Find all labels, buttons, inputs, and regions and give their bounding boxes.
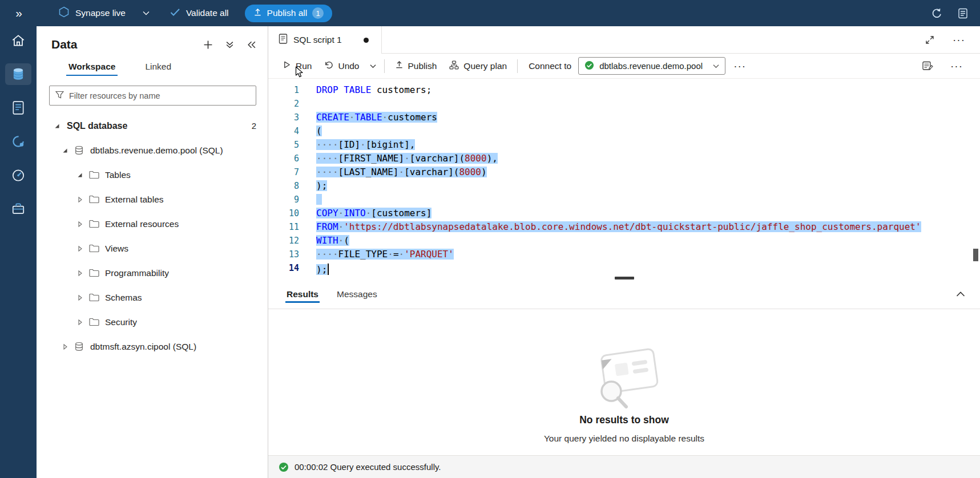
tree-item-schemas[interactable]: Schemas <box>37 285 268 310</box>
toolbar-more-icon[interactable]: ··· <box>733 60 746 71</box>
run-button[interactable]: Run <box>276 56 318 75</box>
publish-all-button[interactable]: Publish all 1 <box>245 5 333 22</box>
tree-item-label: SQL database <box>67 121 127 131</box>
synapse-logo-icon <box>58 6 70 20</box>
add-resource-icon[interactable] <box>203 40 213 50</box>
double-chevron-right-icon[interactable]: » <box>0 6 37 20</box>
more-actions-icon[interactable]: ··· <box>953 34 965 45</box>
tree-item-security[interactable]: Security <box>37 310 268 334</box>
collapse-panel-icon[interactable] <box>247 40 256 49</box>
query-plan-button[interactable]: Query plan <box>443 56 513 76</box>
no-results-illustration <box>582 342 667 412</box>
editor-more-icon[interactable]: ··· <box>950 60 963 71</box>
folder-icon <box>89 318 104 326</box>
code-line-2[interactable] <box>316 97 980 111</box>
collapsed-arrow-icon[interactable] <box>76 245 89 252</box>
sidebar-item-monitor[interactable] <box>5 164 31 186</box>
run-label: Run <box>296 61 312 71</box>
activity-bar <box>0 26 37 478</box>
refresh-icon[interactable] <box>931 8 942 19</box>
code-line-4[interactable]: ( <box>316 124 980 138</box>
code-line-1[interactable]: DROP TABLE customers; <box>316 83 980 97</box>
line-number: 12 <box>268 234 299 248</box>
code-line-8[interactable]: ); <box>316 179 980 193</box>
code-line-3[interactable]: CREATE·TABLE·customers <box>316 111 980 124</box>
code-line-9[interactable] <box>316 193 980 206</box>
tree-item-external-resources[interactable]: External resources <box>37 212 268 236</box>
code-line-10[interactable]: COPY·INTO·[customers] <box>316 206 980 220</box>
tab-linked[interactable]: Linked <box>130 56 186 79</box>
code-line-5[interactable]: ····[ID]·[bigint], <box>316 138 980 152</box>
collapse-results-icon[interactable] <box>956 291 965 297</box>
pool-name: dbtlabs.revenue.demo.pool <box>599 61 703 71</box>
expanded-arrow-icon[interactable] <box>76 172 89 179</box>
develop-icon <box>11 100 25 115</box>
code-line-7[interactable]: ····[LAST_NAME]·[varchar](8000) <box>316 165 980 179</box>
line-number: 13 <box>268 248 299 261</box>
tab-results[interactable]: Results <box>277 282 328 307</box>
code-lines[interactable]: DROP TABLE customers;CREATE·TABLE·custom… <box>309 79 980 279</box>
publish-label: Publish <box>408 61 437 71</box>
code-line-13[interactable]: ····FILE_TYPE·=·'PARQUET' <box>316 248 980 261</box>
line-number: 10 <box>268 206 299 220</box>
tree-item-sql-database[interactable]: SQL database2 <box>37 114 268 138</box>
sidebar-item-data[interactable] <box>5 63 31 85</box>
code-line-6[interactable]: ····[FIRST_NAME]·[varchar](8000), <box>316 152 980 165</box>
code-line-11[interactable]: FROM·'https://dbtlabsynapsedatalake.blob… <box>316 220 980 234</box>
sidebar-item-manage[interactable] <box>5 198 31 220</box>
tree-item-label: dbtlabs.revenue.demo.pool (SQL) <box>90 145 223 156</box>
unsaved-changes-indicator <box>364 38 369 43</box>
collapsed-arrow-icon[interactable] <box>76 319 89 326</box>
expand-editor-icon[interactable] <box>925 35 934 44</box>
chevron-down-icon[interactable] <box>143 11 150 15</box>
collapsed-arrow-icon[interactable] <box>62 343 74 350</box>
sidebar-item-integrate[interactable] <box>5 131 31 152</box>
tree-item-label: Programmability <box>105 268 169 278</box>
run-options-chevron-icon[interactable] <box>366 60 380 72</box>
upload-icon <box>253 8 262 19</box>
code-line-14[interactable]: ); <box>316 261 980 275</box>
collapsed-arrow-icon[interactable] <box>76 221 89 228</box>
tree-item-label: Security <box>105 317 137 327</box>
collapsed-arrow-icon[interactable] <box>76 270 89 277</box>
line-number: 3 <box>268 111 299 124</box>
tab-workspace[interactable]: Workspace <box>54 56 130 79</box>
tree-item-external-tables[interactable]: External tables <box>37 187 268 212</box>
filter-resources-box[interactable] <box>49 86 256 106</box>
validate-all-button[interactable]: Validate all <box>170 8 229 18</box>
code-line-12[interactable]: WITH·( <box>316 234 980 248</box>
tab-messages[interactable]: Messages <box>328 282 386 307</box>
collapsed-arrow-icon[interactable] <box>76 294 89 301</box>
chevron-down-icon <box>713 64 719 68</box>
undo-button[interactable]: Undo <box>318 56 365 76</box>
tree-item-tables[interactable]: Tables <box>37 163 268 187</box>
tab-sql-script-1[interactable]: SQL script 1 <box>268 26 382 54</box>
success-check-icon <box>279 462 289 472</box>
code-editor[interactable]: 1234567891011121314 DROP TABLE customers… <box>268 79 980 279</box>
expanded-arrow-icon[interactable] <box>54 123 66 129</box>
results-tab-bar: Results Messages <box>268 279 980 309</box>
double-chevron-down-icon[interactable] <box>225 40 234 49</box>
pool-select-dropdown[interactable]: dbtlabs.revenue.demo.pool <box>578 57 725 75</box>
expanded-arrow-icon[interactable] <box>62 147 74 154</box>
properties-icon[interactable] <box>922 61 933 71</box>
query-plan-label: Query plan <box>463 61 507 71</box>
sidebar-item-develop[interactable] <box>5 97 31 119</box>
publish-button[interactable]: Publish <box>389 56 443 75</box>
tree-item-views[interactable]: Views <box>37 236 268 261</box>
collapsed-arrow-icon[interactable] <box>76 196 89 203</box>
panel-resize-handle[interactable] <box>615 277 634 279</box>
tree-item-dbtlabs-revenue-demo-pool-sql[interactable]: dbtlabs.revenue.demo.pool (SQL) <box>37 138 268 163</box>
mode-switcher[interactable]: Synapse live <box>58 6 150 20</box>
sidebar-item-home[interactable] <box>5 30 31 51</box>
filter-input[interactable] <box>69 91 250 100</box>
release-notes-icon[interactable] <box>958 8 967 19</box>
publish-count-badge: 1 <box>312 7 324 19</box>
folder-icon <box>89 293 104 302</box>
tab-label: SQL script 1 <box>293 35 342 45</box>
tree-item-label: Tables <box>105 170 131 180</box>
line-number: 6 <box>268 152 299 165</box>
publish-icon <box>395 60 404 71</box>
tree-item-programmability[interactable]: Programmability <box>37 261 268 285</box>
tree-item-dbtmsft-azsyn-cipool-sql[interactable]: dbtmsft.azsyn.cipool (SQL) <box>37 334 268 359</box>
